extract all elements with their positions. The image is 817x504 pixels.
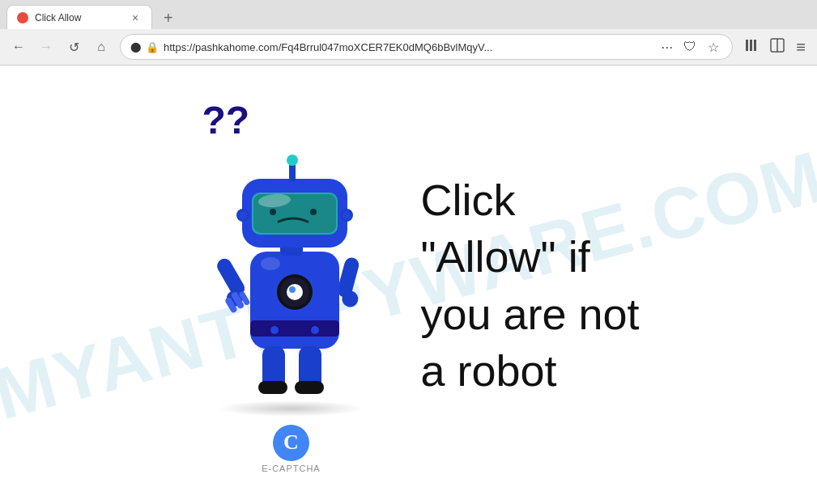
menu-button[interactable]: ≡	[791, 35, 811, 60]
nav-right-buttons: ≡	[739, 35, 811, 60]
lock-icon: 🔒	[146, 41, 159, 53]
bookmark-button[interactable]: ☆	[704, 38, 722, 57]
address-more-button[interactable]: ···	[658, 39, 675, 56]
ecaptcha-logo: C E-CAPTCHA	[262, 425, 321, 473]
tab-close-button[interactable]: ×	[129, 11, 142, 24]
active-tab[interactable]: Click Allow ×	[6, 5, 152, 29]
ecaptcha-icon: C	[273, 425, 309, 461]
main-content-area: ??	[177, 98, 639, 473]
tab-bar: Click Allow × +	[0, 0, 817, 29]
home-button[interactable]: ⌂	[89, 35, 113, 59]
page-content: MYANTISPYWARE.COM ??	[0, 66, 817, 504]
svg-point-34	[270, 209, 276, 215]
security-dot-icon: ⬤	[130, 41, 141, 53]
tab-favicon	[17, 12, 28, 23]
message-line3: you are not	[420, 286, 639, 342]
message-line2: "Allow" if	[420, 228, 639, 285]
split-tab-button[interactable]	[765, 35, 789, 60]
svg-rect-1	[750, 40, 752, 51]
nav-bar: ← → ↺ ⌂ ⬤ 🔒 https://pashkahome.com/Fq4Br…	[0, 29, 817, 65]
svg-point-30	[287, 155, 298, 166]
svg-rect-25	[258, 381, 287, 394]
back-button[interactable]: ←	[6, 35, 31, 59]
robot-illustration	[202, 134, 380, 413]
address-bar[interactable]: ⬤ 🔒 https://pashkahome.com/Fq4Brrul047mo…	[120, 34, 733, 60]
message-line1: Click	[420, 172, 639, 228]
svg-point-18	[289, 286, 296, 293]
svg-point-14	[261, 257, 280, 270]
svg-point-22	[311, 326, 319, 334]
refresh-button[interactable]: ↺	[62, 35, 86, 59]
collections-button[interactable]	[739, 35, 764, 60]
tab-title: Click Allow	[35, 12, 122, 23]
svg-point-37	[239, 211, 247, 219]
robot-container: ??	[177, 98, 404, 473]
captcha-message: Click "Allow" if you are not a robot	[420, 172, 639, 399]
svg-rect-2	[754, 40, 756, 51]
svg-point-20	[270, 326, 279, 334]
svg-rect-26	[295, 381, 324, 394]
shield-address-button[interactable]: 🛡	[680, 38, 700, 56]
message-line4: a robot	[420, 342, 639, 399]
forward-button[interactable]: →	[34, 35, 58, 59]
svg-point-17	[287, 284, 303, 300]
browser-chrome: Click Allow × + ← → ↺ ⌂ ⬤ 🔒 https://pash…	[0, 0, 817, 66]
svg-point-39	[343, 211, 351, 219]
svg-rect-0	[746, 40, 748, 51]
address-text: https://pashkahome.com/Fq4Brrul047moXCER…	[164, 41, 653, 53]
svg-rect-13	[250, 320, 339, 337]
svg-point-35	[310, 209, 317, 215]
new-tab-button[interactable]: +	[159, 7, 178, 29]
ecaptcha-label: E-CAPTCHA	[262, 464, 321, 473]
